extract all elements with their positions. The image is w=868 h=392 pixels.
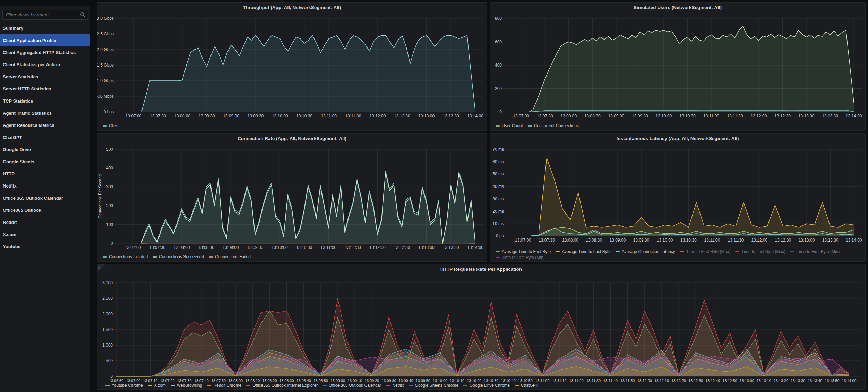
legend-item[interactable]: Netflix: [386, 383, 404, 388]
filter-views-input[interactable]: [2, 10, 88, 20]
legend-item[interactable]: Google Sheets Chrome: [409, 383, 458, 388]
sidebar-item[interactable]: Netflix: [0, 180, 90, 192]
legend-label: Office 365 Outlook Calendar: [329, 383, 381, 388]
svg-text:13:12:00: 13:12:00: [370, 114, 386, 119]
sidebar-item[interactable]: Agent Traffic Statistics: [0, 107, 90, 119]
legend-item[interactable]: Connections Failed: [209, 254, 251, 259]
panel-info-icon[interactable]: i: [97, 264, 105, 273]
sidebar-item[interactable]: Office 365 Outlook Calendar: [0, 192, 90, 204]
svg-text:13:12:30: 13:12:30: [775, 238, 791, 243]
svg-text:0: 0: [111, 241, 113, 246]
panel-title[interactable]: Throughput (App: All, NetworkSegment: Al…: [97, 5, 487, 10]
sidebar-item[interactable]: Client Statistics per Action: [0, 59, 90, 71]
search-icon[interactable]: [80, 12, 85, 17]
legend-item[interactable]: Time to Last Byte (Max): [735, 249, 785, 254]
legend-item[interactable]: Average Time to First Byte: [496, 249, 551, 254]
svg-text:13:09:50: 13:09:50: [416, 378, 430, 383]
legend-swatch: [148, 385, 152, 386]
sidebar-item[interactable]: Google Drive: [0, 143, 90, 156]
svg-text:13:13:00: 13:13:00: [418, 245, 435, 250]
svg-text:20 ms: 20 ms: [492, 209, 504, 214]
panel-throughput: Throughput (App: All, NetworkSegment: Al…: [97, 2, 487, 131]
svg-text:50 ms: 50 ms: [492, 172, 504, 176]
legend-item[interactable]: Client: [103, 123, 120, 128]
legend-item[interactable]: X.com: [148, 383, 166, 388]
legend-item[interactable]: Google Drive Chrome: [463, 383, 510, 388]
svg-text:13:12:30: 13:12:30: [688, 378, 703, 383]
legend-swatch: [153, 256, 157, 258]
connection-rate-chart[interactable]: 13:07:0013:07:3013:08:0013:08:3013:09:00…: [97, 134, 488, 262]
legend-item[interactable]: Reddit Chrome: [207, 383, 241, 388]
instantaneous-latency-chart[interactable]: 13:07:0013:07:3013:08:0013:08:3013:09:00…: [490, 134, 866, 262]
sidebar-item[interactable]: Server Statistics: [0, 71, 90, 83]
svg-text:13:08:20: 13:08:20: [262, 378, 277, 383]
legend-item[interactable]: Office365 Outlook Internet Explorer: [246, 383, 318, 388]
sidebar-item[interactable]: TCP Statistics: [0, 95, 90, 107]
sidebar-item[interactable]: X.com: [0, 228, 90, 241]
legend-item[interactable]: Time to First Byte (Max): [680, 249, 731, 254]
svg-text:13:07:00: 13:07:00: [515, 238, 531, 243]
panel-title[interactable]: Simulated Users (NetworkSegment: All): [490, 5, 865, 10]
svg-text:13:10:00: 13:10:00: [657, 238, 673, 243]
svg-text:13:09:20: 13:09:20: [364, 378, 379, 383]
svg-text:13:12:00: 13:12:00: [369, 245, 386, 250]
legend-item[interactable]: Time to Last Byte (Min): [496, 255, 545, 260]
svg-text:13:08:00: 13:08:00: [174, 114, 190, 119]
legend-label: Time to Last Byte (Max): [741, 249, 785, 254]
svg-text:13:11:30: 13:11:30: [728, 238, 744, 243]
svg-text:13:10:20: 13:10:20: [467, 378, 481, 383]
svg-text:13:09:10: 13:09:10: [347, 378, 362, 383]
legend-item[interactable]: Youtube Chrome: [105, 383, 143, 388]
svg-text:Connections Per Second: Connections Per Second: [98, 174, 102, 218]
legend-item[interactable]: ChatGPT: [515, 383, 538, 388]
legend-label: Time to First Byte (Max): [686, 249, 731, 254]
svg-text:13:11:30: 13:11:30: [345, 114, 361, 119]
panel-title[interactable]: Instantaneous Latency (App: All, Network…: [490, 136, 865, 141]
panel-title[interactable]: HTTP Requests Rate Per Application: [97, 267, 865, 272]
svg-text:13:07:30: 13:07:30: [537, 114, 553, 119]
svg-text:13:13:20: 13:13:20: [774, 378, 788, 383]
sidebar-item[interactable]: ChatGPT: [0, 131, 90, 143]
legend-swatch: [209, 256, 213, 258]
svg-text:40 ms: 40 ms: [492, 184, 504, 189]
legend-label: Time to First Byte (Min): [797, 249, 840, 254]
legend-item[interactable]: Connections Initiated: [103, 254, 148, 259]
sidebar-item[interactable]: Agent Resource Metrics: [0, 119, 90, 131]
legend-item[interactable]: User Count: [496, 123, 523, 128]
svg-text:13:13:00: 13:13:00: [799, 238, 815, 243]
sidebar-item[interactable]: HTTP: [0, 168, 90, 180]
svg-text:13:12:20: 13:12:20: [671, 378, 686, 383]
http-requests-chart[interactable]: 13:06:5013:07:0013:07:1013:07:2013:07:30…: [97, 264, 866, 390]
svg-text:13:07:00: 13:07:00: [513, 114, 529, 119]
sidebar-item[interactable]: Reddit: [0, 216, 90, 228]
svg-text:13:09:00: 13:09:00: [223, 114, 239, 119]
sidebar-item[interactable]: Client Aggregated HTTP Statistics: [0, 46, 90, 59]
legend-item[interactable]: Time to First Byte (Min): [790, 249, 840, 254]
legend-label: User Count: [502, 123, 523, 128]
throughput-chart[interactable]: 13:07:0013:07:3013:08:0013:08:3013:09:00…: [97, 3, 488, 131]
legend-item[interactable]: Concurrent Connections: [528, 123, 579, 128]
panel-title[interactable]: Connection Rate (App: All, NetworkSegmen…: [97, 136, 487, 141]
svg-text:13:12:10: 13:12:10: [654, 378, 669, 383]
sidebar-item[interactable]: Office365 Outlook: [0, 204, 90, 216]
svg-text:0 µs: 0 µs: [496, 234, 504, 238]
sidebar-item[interactable]: Server HTTP Statistics: [0, 83, 90, 95]
svg-text:0: 0: [499, 110, 502, 114]
legend-item[interactable]: Office 365 Outlook Calendar: [323, 383, 381, 388]
panel-simulated-users: Simulated Users (NetworkSegment: All) 13…: [490, 2, 866, 131]
legend-label: Average Time to First Byte: [502, 249, 551, 254]
sidebar-item[interactable]: Summary: [0, 22, 90, 34]
legend-label: Youtube Chrome: [112, 383, 143, 388]
sidebar-item[interactable]: Client Application Profile: [0, 34, 90, 46]
legend-item[interactable]: Connections Succeeded: [153, 254, 204, 259]
legend-item[interactable]: Average Time to Last Byte: [556, 249, 611, 254]
legend-item[interactable]: WebBrowsing: [171, 383, 203, 388]
sidebar-item[interactable]: Youtube: [0, 241, 90, 253]
svg-text:13:11:50: 13:11:50: [620, 378, 635, 383]
simulated-users-chart[interactable]: 13:07:0013:07:3013:08:0013:08:3013:09:00…: [490, 3, 866, 131]
svg-text:13:12:30: 13:12:30: [774, 114, 791, 119]
svg-text:0: 0: [110, 374, 113, 379]
legend-item[interactable]: Average Connection Latency: [616, 249, 675, 254]
svg-text:500: 500: [106, 147, 113, 152]
sidebar-item[interactable]: Google Sheets: [0, 156, 90, 168]
